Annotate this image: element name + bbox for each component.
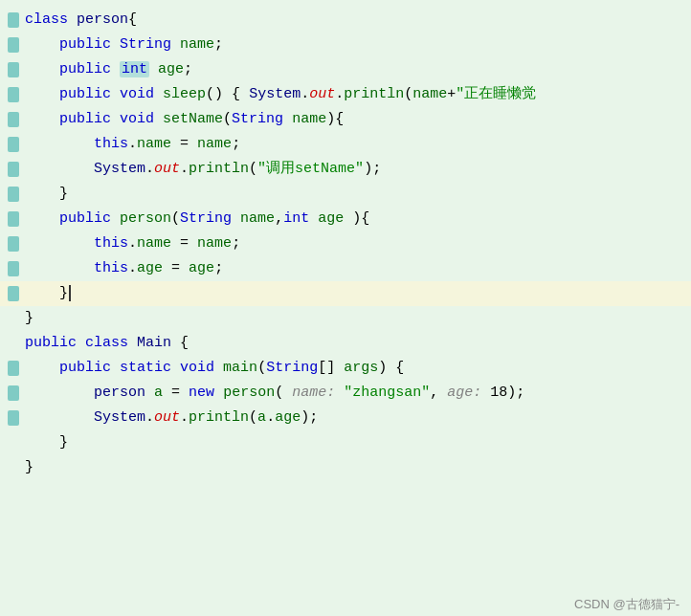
line-marker-6 xyxy=(8,137,19,152)
code-line-15: public static void main(String[] args) { xyxy=(0,356,691,381)
line-marker-8 xyxy=(8,187,19,202)
code-content-17: System.out.println(a.age); xyxy=(25,407,318,429)
line-marker-14 xyxy=(8,336,19,351)
line-marker-18 xyxy=(8,435,19,451)
code-content-7: System.out.println("调用setName"); xyxy=(25,158,381,181)
line-marker-13 xyxy=(8,311,19,326)
line-marker-10 xyxy=(8,236,19,252)
line-marker-12 xyxy=(8,286,19,301)
code-line-12: } xyxy=(0,281,691,306)
code-content-16: person a = new person( name: "zhangsan",… xyxy=(25,382,524,405)
code-content-1: class person{ xyxy=(25,9,137,32)
code-line-5: public void setName(String name){ xyxy=(0,107,691,132)
code-content-19: } xyxy=(25,456,33,479)
line-marker-19 xyxy=(8,460,19,475)
code-line-10: this.name = name; xyxy=(0,231,691,256)
code-content-9: public person(String name,int age ){ xyxy=(25,208,369,231)
code-line-6: this.name = name; xyxy=(0,132,691,157)
line-marker-3 xyxy=(8,62,19,77)
line-marker-16 xyxy=(8,385,19,401)
code-line-18: } xyxy=(0,430,691,455)
code-content-6: this.name = name; xyxy=(25,133,240,156)
line-marker-7 xyxy=(8,162,19,177)
code-line-17: System.out.println(a.age); xyxy=(0,406,691,430)
code-content-15: public static void main(String[] args) { xyxy=(25,357,404,380)
code-line-13: } xyxy=(0,306,691,331)
line-marker-5 xyxy=(8,112,19,127)
code-content-8: } xyxy=(25,183,68,206)
code-line-14: public class Main { xyxy=(0,331,691,356)
code-line-8: } xyxy=(0,182,691,207)
code-content-5: public void setName(String name){ xyxy=(25,108,344,131)
code-editor: class person{ public String name; public… xyxy=(0,0,691,593)
code-content-11: this.age = age; xyxy=(25,257,223,280)
code-line-2: public String name; xyxy=(0,33,691,57)
code-content-12: } xyxy=(25,282,79,305)
footer: CSDN @古德猫宁- xyxy=(0,593,691,616)
code-line-3: public int age; xyxy=(0,57,691,82)
line-marker-15 xyxy=(8,361,19,376)
code-content-18: } xyxy=(25,431,68,454)
line-marker-11 xyxy=(8,261,19,276)
line-marker-4 xyxy=(8,87,19,102)
line-marker-17 xyxy=(8,410,19,426)
code-content-3: public int age; xyxy=(25,58,192,81)
code-content-14: public class Main { xyxy=(25,332,189,355)
code-line-7: System.out.println("调用setName"); xyxy=(0,157,691,182)
code-line-1: class person{ xyxy=(0,8,691,33)
watermark: CSDN @古德猫宁- xyxy=(574,596,680,613)
line-marker-9 xyxy=(8,211,19,227)
code-content-2: public String name; xyxy=(25,33,223,56)
code-line-16: person a = new person( name: "zhangsan",… xyxy=(0,381,691,406)
line-marker-2 xyxy=(8,37,19,53)
code-line-9: public person(String name,int age ){ xyxy=(0,207,691,231)
code-line-4: public void sleep() { System.out.println… xyxy=(0,82,691,107)
line-marker-1 xyxy=(8,12,19,28)
code-line-11: this.age = age; xyxy=(0,256,691,281)
code-line-19: } xyxy=(0,455,691,480)
code-content-13: } xyxy=(25,307,33,330)
code-content-10: this.name = name; xyxy=(25,232,240,255)
code-content-4: public void sleep() { System.out.println… xyxy=(25,83,536,106)
